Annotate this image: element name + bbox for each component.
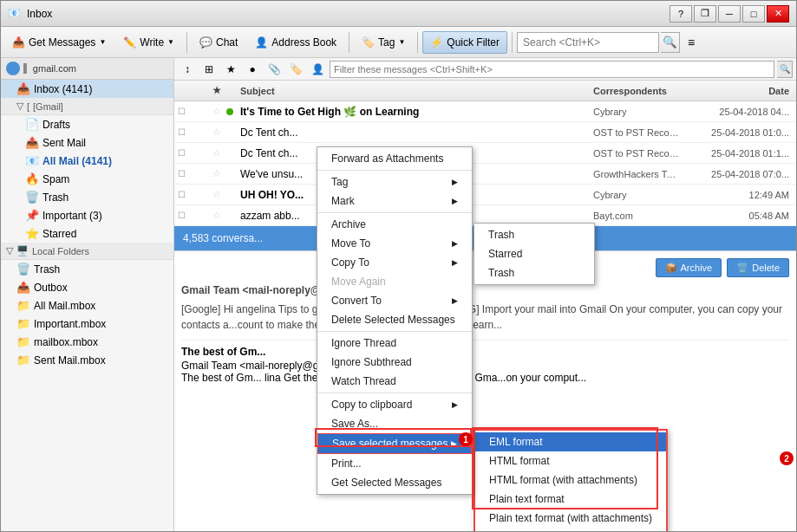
ctx-move-to[interactable]: Move To ▶ [317, 234, 472, 253]
msg-star-2[interactable]: ☆ [212, 147, 226, 159]
msg-star-3[interactable]: ☆ [212, 168, 226, 179]
ctx-save-as[interactable]: Save As... [317, 414, 472, 433]
sidebar-item-drafts[interactable]: 📄 Drafts [1, 115, 173, 133]
ctx-delete-selected[interactable]: Delete Selected Messages [317, 310, 472, 329]
ctx-watch-thread[interactable]: Watch Thread [317, 372, 472, 391]
save-selected-submenu: EML format HTML format HTML format (with… [474, 429, 668, 532]
sent-mail-label: Sent Mail [42, 137, 168, 149]
restore-button[interactable]: ❐ [694, 5, 716, 23]
toolbar-menu-button[interactable]: ≡ [682, 32, 701, 53]
sidebar-item-lf-mailbox[interactable]: 📁 mailbox.mbox [1, 333, 173, 351]
star-filter-btn[interactable]: ★ [221, 61, 240, 78]
ctx-ignore-thread[interactable]: Ignore Thread [317, 334, 472, 353]
sidebar-item-lf-important[interactable]: 📁 Important.mbox [1, 315, 173, 333]
ctx-convert-to[interactable]: Convert To ▶ [317, 291, 472, 310]
sidebar-item-sent-mail[interactable]: 📤 Sent Mail [1, 133, 173, 152]
save-html-format[interactable]: HTML format [475, 451, 666, 470]
sort-button[interactable]: ↕ [178, 61, 197, 78]
sidebar-item-lf-outbox[interactable]: 📤 Outbox [1, 278, 173, 296]
save-eml-format[interactable]: EML format [475, 432, 666, 451]
minimize-button[interactable]: ─ [718, 5, 741, 23]
sidebar-item-inbox[interactable]: 📥 Inbox (4141) [1, 80, 173, 98]
msg-checkbox-4[interactable]: ☐ [178, 190, 212, 199]
get-messages-icon: 📥 [12, 36, 25, 49]
msg-star-1[interactable]: ☆ [212, 127, 226, 138]
get-messages-button[interactable]: 📥 Get Messages ▼ [4, 31, 114, 54]
sidebar-item-lf-all-mail[interactable]: 📁 All Mail.mbox [1, 296, 173, 315]
contact-filter-btn[interactable]: 👤 [308, 61, 327, 78]
table-row[interactable]: ☐ ☆ We've unsu... GrowthHackers Top Post… [174, 164, 796, 185]
quick-filter-button[interactable]: ⚡ Quick Filter [422, 31, 507, 54]
search-input[interactable] [517, 32, 659, 53]
app-icon: 📧 [8, 7, 22, 21]
sidebar-item-trash[interactable]: 🗑️ Trash [1, 188, 173, 206]
badge-number-1: 1 [459, 432, 473, 446]
chat-button[interactable]: 💬 Chat [192, 31, 245, 54]
sidebar-item-starred[interactable]: ⭐ Starred [1, 224, 173, 243]
table-row[interactable]: ☐ ☆ Dc Tent ch... OST to PST Recovery To… [174, 143, 796, 164]
ctx-forward-attachments[interactable]: Forward as Attachments [317, 149, 472, 168]
ctx-ignore-subthread[interactable]: Ignore Subthread [317, 353, 472, 372]
local-folders-label: Local Folders [32, 246, 89, 256]
attachment-filter-btn[interactable]: 📎 [265, 61, 284, 78]
sidebar-item-important[interactable]: 📌 Important (3) [1, 206, 173, 224]
move-to-starred[interactable]: Starred [474, 244, 594, 263]
ctx-print[interactable]: Print... [317, 454, 472, 473]
save-plain-text[interactable]: Plain text format [475, 490, 666, 509]
table-row[interactable]: ☐ ☆ UH OH! YO... Cybrary 12:49 AM [174, 185, 796, 205]
sidebar: ▌ gmail.com 📥 Inbox (4141) ▽ [[Gmail] 📄 … [1, 58, 174, 532]
search-button[interactable]: 🔍 [661, 32, 680, 53]
inbox-label: Inbox (4141) [34, 83, 168, 95]
ctx-move-to-arrow: ▶ [452, 239, 458, 248]
filter-search-button[interactable]: 🔍 [777, 61, 793, 78]
ctx-copy-clipboard[interactable]: Copy to clipboard ▶ [317, 395, 472, 414]
table-row[interactable]: ☐ ☆ Dc Tent ch... OST to PST Recovery To… [174, 122, 796, 143]
sidebar-item-lf-sent[interactable]: 📁 Sent Mail.mbox [1, 351, 173, 369]
maximize-button[interactable]: □ [742, 5, 765, 23]
sidebar-gmail-group[interactable]: ▽ [[Gmail] [1, 98, 173, 115]
write-button[interactable]: ✏️ Write ▼ [115, 31, 182, 54]
sidebar-item-lf-trash[interactable]: 🗑️ Trash [1, 260, 173, 278]
tag-filter-btn[interactable]: 🏷️ [286, 61, 305, 78]
ctx-move-again: Move Again [317, 272, 472, 291]
badge-2: 2 [780, 451, 794, 465]
tag-button[interactable]: 🏷️ Tag ▼ [354, 31, 413, 54]
address-book-button[interactable]: 👤 Address Book [247, 31, 344, 54]
msg-checkbox-0[interactable]: ☐ [178, 107, 212, 116]
all-mail-icon: 📧 [25, 154, 39, 167]
filter-input[interactable] [330, 61, 774, 78]
msg-star-4[interactable]: ☆ [212, 189, 226, 200]
ctx-convert-to-arrow: ▶ [452, 296, 458, 305]
trash-label: Trash [42, 191, 168, 204]
ctx-get-selected[interactable]: Get Selected Messages [317, 473, 472, 492]
ctx-copy-to[interactable]: Copy To ▶ [317, 253, 472, 272]
close-button[interactable]: ✕ [767, 5, 789, 23]
unread-filter-btn[interactable]: ● [243, 61, 262, 78]
ctx-mark[interactable]: Mark ▶ [317, 191, 472, 211]
move-to-trash-1[interactable]: Trash [474, 225, 594, 244]
sidebar-item-all-mail[interactable]: 📧 All Mail (4141) [1, 152, 173, 170]
thread-button[interactable]: ⊞ [199, 61, 219, 78]
msg-star-0[interactable]: ☆ [212, 106, 226, 117]
question-button[interactable]: ? [670, 5, 692, 23]
table-row[interactable]: ☐ ☆ It's Time to Get High 🌿 on Learning … [174, 101, 796, 122]
ctx-tag[interactable]: Tag ▶ [317, 172, 472, 191]
save-plain-text-attachments[interactable]: Plain text format (with attachments) [475, 509, 666, 528]
msg-checkbox-2[interactable]: ☐ [178, 148, 212, 158]
save-html-with-attachments[interactable]: HTML format (with attachments) [475, 470, 666, 490]
ctx-archive[interactable]: Archive [317, 215, 472, 234]
sidebar-item-spam[interactable]: 🔥 Spam [1, 170, 173, 188]
msg-checkbox-1[interactable]: ☐ [178, 127, 212, 137]
local-folders-group[interactable]: ▽ 🖥️ Local Folders [1, 243, 173, 260]
msg-checkbox-5[interactable]: ☐ [178, 211, 212, 220]
archive-reading-btn[interactable]: 📦 Archive [656, 258, 722, 277]
msg-star-5[interactable]: ☆ [212, 210, 226, 221]
ctx-save-selected[interactable]: Save selected messages ▶ [317, 433, 472, 454]
window-title: Inbox [27, 8, 670, 20]
move-to-trash-2[interactable]: Trash [474, 263, 594, 282]
msg-checkbox-3[interactable]: ☐ [178, 169, 212, 178]
account-name: ▌ gmail.com [23, 63, 76, 74]
msg-date-2: 25-04-2018 01:1... [680, 148, 793, 159]
delete-reading-btn[interactable]: 🗑️ Delete [727, 258, 789, 277]
msg-date-0: 25-04-2018 04... [680, 107, 793, 117]
